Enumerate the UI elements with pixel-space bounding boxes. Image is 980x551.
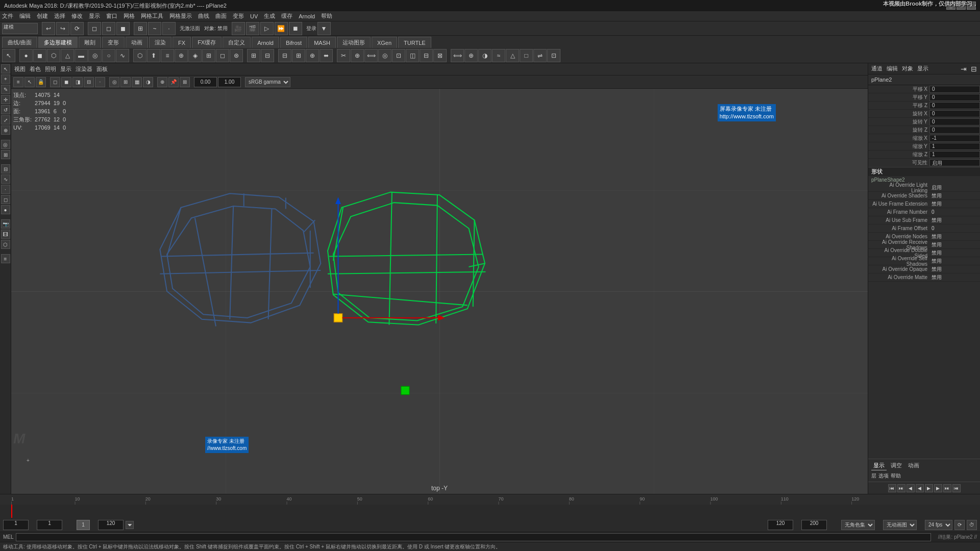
pb-step-back2[interactable]: ◀ [916, 484, 924, 492]
menu-edit[interactable]: 编辑 [19, 12, 31, 20]
rp-tab-channels[interactable]: 通道 [871, 65, 883, 72]
tb-deselect[interactable]: ◻ [102, 22, 115, 35]
soft-select-btn[interactable]: ◎ [1, 140, 10, 149]
multi-cut-btn[interactable]: ✂ [337, 49, 350, 62]
snap-to-curve-btn[interactable]: ∿ [1, 174, 10, 184]
mel-input[interactable] [16, 533, 931, 541]
lasso-select-btn[interactable]: ⌖ [1, 74, 10, 84]
help-btn[interactable]: 帮助 [891, 472, 901, 480]
camera-btn[interactable]: 📷 [1, 219, 10, 229]
vp-lighting-menu[interactable]: 照明 [45, 65, 56, 73]
tab-fx[interactable]: FX [173, 37, 191, 48]
tb-render[interactable]: 🎥 [232, 22, 245, 35]
menu-deform[interactable]: 变形 [233, 12, 244, 20]
boolean-btn[interactable]: ⊕ [464, 49, 478, 62]
mel-python-toggle[interactable]: MEL [3, 534, 14, 540]
vt-select-camera[interactable]: ↖ [24, 77, 35, 87]
combine-btn[interactable]: ⊞ [247, 49, 260, 62]
tab-sculpt[interactable]: 雕刻 [79, 37, 101, 48]
pb-next-key[interactable]: ⏭ [943, 484, 951, 492]
snap-to-surface-btn[interactable]: ◻ [1, 195, 10, 204]
pb-go-end[interactable]: ⏮ [952, 484, 961, 492]
tab-motion-graphics[interactable]: 运动图形 [337, 37, 371, 48]
vt-points[interactable]: · [95, 77, 105, 87]
translate-btn[interactable]: ✛ [1, 95, 10, 104]
menu-modify[interactable]: 修改 [71, 12, 83, 20]
vt-wireframe[interactable]: ◻ [50, 77, 60, 87]
tab-poly-modeling[interactable]: 多边形建模 [38, 37, 78, 48]
snap-to-grid-btn[interactable]: ⊟ [1, 164, 10, 173]
workspace-selector[interactable]: 建模 [2, 23, 38, 34]
shape-section-header[interactable]: 形状 [868, 167, 980, 176]
average-vertices-btn[interactable]: ⊡ [547, 49, 560, 62]
relax-btn[interactable]: ⊡ [392, 49, 405, 62]
menu-uv[interactable]: UV [250, 13, 258, 19]
rp-btab-animate[interactable]: 动画 [906, 461, 921, 470]
tab-turtle[interactable]: TURTLE [398, 37, 431, 48]
insert-edge-loop-btn[interactable]: ⊟ [278, 49, 291, 62]
menu-arnold[interactable]: Arnold [299, 13, 315, 19]
extrude-btn[interactable]: ⬆ [147, 49, 160, 62]
target-weld-btn[interactable]: ⊛ [230, 49, 243, 62]
vt-camera-list[interactable]: ≡ [13, 77, 23, 87]
tb-play-blast[interactable]: ⏩ [275, 22, 288, 35]
vt-far-clip[interactable] [218, 77, 241, 87]
rp-pin-btn[interactable]: ⊟ [971, 65, 977, 73]
max-frame-input[interactable]: 120 [768, 520, 793, 530]
rp-tab-object[interactable]: 对象 [902, 65, 913, 72]
start-frame-input[interactable]: 1 [37, 520, 62, 530]
tab-animate[interactable]: 动画 [126, 37, 148, 48]
torus-btn[interactable]: ◎ [88, 49, 102, 62]
tb-render-seq[interactable]: 🎬 [246, 22, 259, 35]
pb-go-start[interactable]: ⏮ [888, 484, 896, 492]
tb-stop[interactable]: ⏹ [289, 22, 302, 35]
cylinder-btn[interactable]: ⬡ [47, 49, 60, 62]
select-tool[interactable]: ↖ [2, 49, 15, 62]
circularize-btn[interactable]: ◎ [378, 49, 391, 62]
pb-play-forward[interactable]: ▶ [925, 484, 933, 492]
connect-tool-btn[interactable]: ⊕ [351, 49, 364, 62]
scale-btn[interactable]: ⤢ [1, 115, 10, 124]
tb-undo[interactable]: ↩ [42, 22, 55, 35]
conform-btn[interactable]: ◑ [478, 49, 492, 62]
menu-create[interactable]: 创建 [37, 12, 48, 20]
universal-manip-btn[interactable]: ⊕ [1, 126, 10, 135]
pb-prev-key[interactable]: ⏭ [897, 484, 905, 492]
triangulate-btn[interactable]: △ [506, 49, 519, 62]
vt-grid-toggle[interactable]: ⊞ [180, 77, 190, 87]
viewport-canvas[interactable]: 顶点: 14075 14 边: 27944 19 0 面: 13961 [11, 89, 868, 494]
vp-shading-menu[interactable]: 着色 [30, 65, 41, 73]
vt-gamma-selector[interactable]: sRGB gamma [245, 77, 290, 87]
sb-num-box[interactable]: 1 [77, 520, 90, 530]
tb-snap-curve[interactable]: ~ [148, 22, 161, 35]
vt-textures[interactable]: ⊞ [120, 77, 131, 87]
tab-xgen[interactable]: XGen [372, 37, 397, 48]
helix-btn[interactable]: ∿ [116, 49, 129, 62]
menu-mesh-display[interactable]: 网格显示 [169, 12, 192, 20]
current-frame-input[interactable]: 1 [3, 520, 29, 530]
menu-generate[interactable]: 生成 [264, 12, 275, 20]
tab-bifrost[interactable]: Bifrost [280, 37, 307, 48]
reduce-btn[interactable]: ◫ [406, 49, 419, 62]
menu-help[interactable]: 帮助 [321, 12, 332, 20]
sphere-btn[interactable]: ● [19, 49, 33, 62]
merge-btn[interactable]: ⊕ [175, 49, 188, 62]
menu-mesh-tools[interactable]: 网格工具 [141, 12, 163, 20]
vt-lock-camera[interactable]: 🔒 [36, 77, 46, 87]
tab-arnold[interactable]: Arnold [252, 37, 279, 48]
menu-curves[interactable]: 曲线 [198, 12, 209, 20]
vt-bounding-box[interactable]: ⊟ [84, 77, 94, 87]
sb-refresh-btn[interactable]: ⟳ [954, 520, 965, 530]
menu-file[interactable]: 文件 [2, 12, 13, 20]
rp-btab-display[interactable]: 显示 [871, 461, 887, 470]
vt-camera-bookmarks[interactable]: 📌 [168, 77, 179, 87]
bevel-btn[interactable]: ◈ [188, 49, 202, 62]
separate-btn[interactable]: ⊟ [261, 49, 274, 62]
quadrangulate-btn[interactable]: □ [520, 49, 533, 62]
rp-expand-btn[interactable]: ⇥ [961, 65, 967, 73]
connect-btn[interactable]: ⊞ [202, 49, 215, 62]
retopo-btn[interactable]: ⊟ [420, 49, 433, 62]
menu-select[interactable]: 选择 [54, 12, 65, 20]
tab-curves-surfaces[interactable]: 曲线/曲面 [2, 37, 37, 48]
vt-near-clip[interactable] [194, 77, 217, 87]
